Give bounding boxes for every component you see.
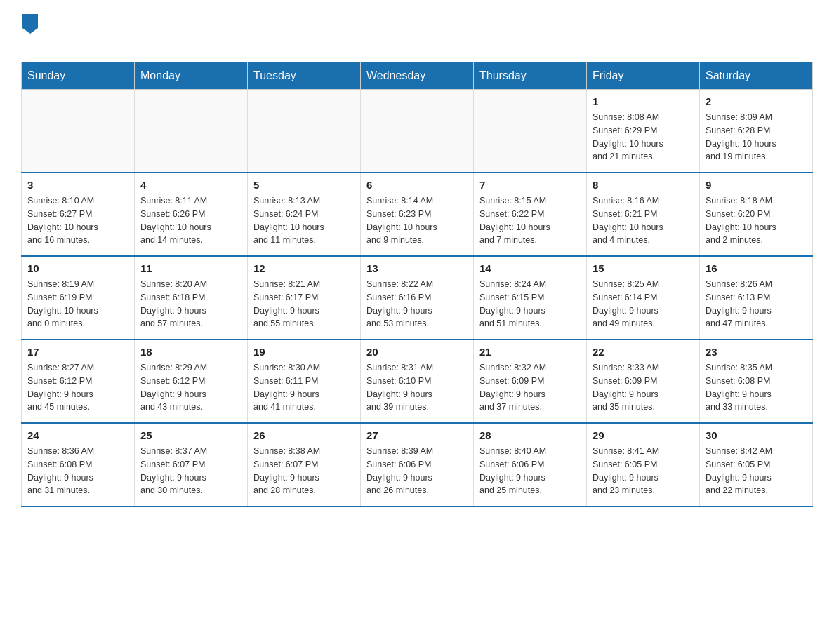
day-info: Sunrise: 8:10 AMSunset: 6:27 PMDaylight:… (27, 194, 128, 247)
day-number: 26 (253, 429, 355, 441)
header (21, 14, 813, 55)
day-info: Sunrise: 8:35 AMSunset: 6:08 PMDaylight:… (706, 361, 807, 414)
calendar-cell: 18Sunrise: 8:29 AMSunset: 6:12 PMDayligh… (135, 340, 248, 423)
day-number: 16 (706, 262, 807, 274)
calendar-cell: 3Sunrise: 8:10 AMSunset: 6:27 PMDaylight… (22, 173, 135, 256)
calendar-cell: 30Sunrise: 8:42 AMSunset: 6:05 PMDayligh… (700, 423, 813, 507)
weekday-header-wednesday: Wednesday (361, 62, 474, 90)
day-number: 13 (366, 262, 468, 274)
day-info: Sunrise: 8:29 AMSunset: 6:12 PMDaylight:… (140, 361, 241, 414)
calendar-cell: 7Sunrise: 8:15 AMSunset: 6:22 PMDaylight… (474, 173, 587, 256)
day-number: 2 (706, 95, 807, 107)
calendar-cell: 9Sunrise: 8:18 AMSunset: 6:20 PMDaylight… (700, 173, 813, 256)
calendar-week-row: 3Sunrise: 8:10 AMSunset: 6:27 PMDaylight… (22, 173, 813, 256)
calendar-cell: 29Sunrise: 8:41 AMSunset: 6:05 PMDayligh… (587, 423, 700, 507)
day-number: 29 (593, 429, 694, 441)
day-info: Sunrise: 8:37 AMSunset: 6:07 PMDaylight:… (140, 445, 241, 497)
day-number: 28 (479, 429, 581, 441)
day-info: Sunrise: 8:27 AMSunset: 6:12 PMDaylight:… (27, 361, 128, 414)
calendar-cell: 13Sunrise: 8:22 AMSunset: 6:16 PMDayligh… (361, 256, 474, 340)
calendar-week-row: 17Sunrise: 8:27 AMSunset: 6:12 PMDayligh… (22, 340, 813, 423)
weekday-header-row: SundayMondayTuesdayWednesdayThursdayFrid… (22, 62, 813, 90)
calendar-cell: 6Sunrise: 8:14 AMSunset: 6:23 PMDaylight… (361, 173, 474, 256)
calendar-cell: 2Sunrise: 8:09 AMSunset: 6:28 PMDaylight… (700, 90, 813, 173)
calendar-cell: 20Sunrise: 8:31 AMSunset: 6:10 PMDayligh… (361, 340, 474, 423)
day-number: 15 (593, 262, 694, 274)
calendar-cell: 8Sunrise: 8:16 AMSunset: 6:21 PMDaylight… (587, 173, 700, 256)
day-info: Sunrise: 8:19 AMSunset: 6:19 PMDaylight:… (27, 278, 128, 330)
day-number: 20 (366, 346, 468, 358)
day-info: Sunrise: 8:20 AMSunset: 6:18 PMDaylight:… (140, 278, 241, 330)
day-info: Sunrise: 8:24 AMSunset: 6:15 PMDaylight:… (479, 278, 581, 330)
calendar-cell: 24Sunrise: 8:36 AMSunset: 6:08 PMDayligh… (22, 423, 135, 507)
day-number: 4 (140, 179, 241, 191)
day-info: Sunrise: 8:09 AMSunset: 6:28 PMDaylight:… (706, 111, 807, 163)
day-number: 18 (140, 346, 241, 358)
day-number: 3 (27, 179, 128, 191)
calendar-cell: 14Sunrise: 8:24 AMSunset: 6:15 PMDayligh… (474, 256, 587, 340)
day-info: Sunrise: 8:22 AMSunset: 6:16 PMDaylight:… (366, 278, 468, 330)
day-number: 12 (253, 262, 355, 274)
calendar-cell (474, 90, 587, 173)
calendar-week-row: 10Sunrise: 8:19 AMSunset: 6:19 PMDayligh… (22, 256, 813, 340)
day-number: 10 (27, 262, 128, 274)
weekday-header-monday: Monday (135, 62, 248, 90)
day-info: Sunrise: 8:15 AMSunset: 6:22 PMDaylight:… (479, 194, 581, 247)
day-number: 14 (479, 262, 581, 274)
weekday-header-tuesday: Tuesday (248, 62, 361, 90)
calendar-cell (361, 90, 474, 173)
calendar-cell: 1Sunrise: 8:08 AMSunset: 6:29 PMDaylight… (587, 90, 700, 173)
day-info: Sunrise: 8:14 AMSunset: 6:23 PMDaylight:… (366, 194, 468, 247)
weekday-header-sunday: Sunday (22, 62, 135, 90)
day-number: 23 (706, 346, 807, 358)
day-info: Sunrise: 8:11 AMSunset: 6:26 PMDaylight:… (140, 194, 241, 247)
calendar-table: SundayMondayTuesdayWednesdayThursdayFrid… (21, 62, 813, 507)
weekday-header-saturday: Saturday (700, 62, 813, 90)
day-info: Sunrise: 8:31 AMSunset: 6:10 PMDaylight:… (366, 361, 468, 414)
calendar-cell: 5Sunrise: 8:13 AMSunset: 6:24 PMDaylight… (248, 173, 361, 256)
day-number: 19 (253, 346, 355, 358)
day-number: 24 (27, 429, 128, 441)
day-number: 1 (593, 95, 694, 107)
day-number: 8 (593, 179, 694, 191)
calendar-cell: 15Sunrise: 8:25 AMSunset: 6:14 PMDayligh… (587, 256, 700, 340)
calendar-cell: 21Sunrise: 8:32 AMSunset: 6:09 PMDayligh… (474, 340, 587, 423)
weekday-header-friday: Friday (587, 62, 700, 90)
day-number: 6 (366, 179, 468, 191)
calendar-cell: 12Sunrise: 8:21 AMSunset: 6:17 PMDayligh… (248, 256, 361, 340)
day-info: Sunrise: 8:21 AMSunset: 6:17 PMDaylight:… (253, 278, 355, 330)
calendar-week-row: 1Sunrise: 8:08 AMSunset: 6:29 PMDaylight… (22, 90, 813, 173)
day-info: Sunrise: 8:25 AMSunset: 6:14 PMDaylight:… (593, 278, 694, 330)
day-info: Sunrise: 8:13 AMSunset: 6:24 PMDaylight:… (253, 194, 355, 247)
day-info: Sunrise: 8:30 AMSunset: 6:11 PMDaylight:… (253, 361, 355, 414)
day-number: 27 (366, 429, 468, 441)
calendar-cell: 10Sunrise: 8:19 AMSunset: 6:19 PMDayligh… (22, 256, 135, 340)
day-number: 22 (593, 346, 694, 358)
calendar-week-row: 24Sunrise: 8:36 AMSunset: 6:08 PMDayligh… (22, 423, 813, 507)
day-number: 5 (253, 179, 355, 191)
calendar-cell: 19Sunrise: 8:30 AMSunset: 6:11 PMDayligh… (248, 340, 361, 423)
calendar-cell (135, 90, 248, 173)
day-number: 17 (27, 346, 128, 358)
day-number: 30 (706, 429, 807, 441)
day-info: Sunrise: 8:40 AMSunset: 6:06 PMDaylight:… (479, 445, 581, 497)
day-info: Sunrise: 8:32 AMSunset: 6:09 PMDaylight:… (479, 361, 581, 414)
day-info: Sunrise: 8:41 AMSunset: 6:05 PMDaylight:… (593, 445, 694, 497)
calendar-cell: 28Sunrise: 8:40 AMSunset: 6:06 PMDayligh… (474, 423, 587, 507)
day-number: 7 (479, 179, 581, 191)
weekday-header-thursday: Thursday (474, 62, 587, 90)
svg-marker-0 (22, 14, 38, 34)
logo-area (21, 14, 39, 55)
calendar-cell: 16Sunrise: 8:26 AMSunset: 6:13 PMDayligh… (700, 256, 813, 340)
day-info: Sunrise: 8:38 AMSunset: 6:07 PMDaylight:… (253, 445, 355, 497)
calendar-cell: 17Sunrise: 8:27 AMSunset: 6:12 PMDayligh… (22, 340, 135, 423)
day-info: Sunrise: 8:42 AMSunset: 6:05 PMDaylight:… (706, 445, 807, 497)
day-info: Sunrise: 8:26 AMSunset: 6:13 PMDaylight:… (706, 278, 807, 330)
calendar-cell: 25Sunrise: 8:37 AMSunset: 6:07 PMDayligh… (135, 423, 248, 507)
day-info: Sunrise: 8:18 AMSunset: 6:20 PMDaylight:… (706, 194, 807, 247)
day-info: Sunrise: 8:36 AMSunset: 6:08 PMDaylight:… (27, 445, 128, 497)
logo-flag-icon (22, 14, 38, 34)
calendar-cell: 22Sunrise: 8:33 AMSunset: 6:09 PMDayligh… (587, 340, 700, 423)
calendar-cell: 27Sunrise: 8:39 AMSunset: 6:06 PMDayligh… (361, 423, 474, 507)
day-number: 21 (479, 346, 581, 358)
